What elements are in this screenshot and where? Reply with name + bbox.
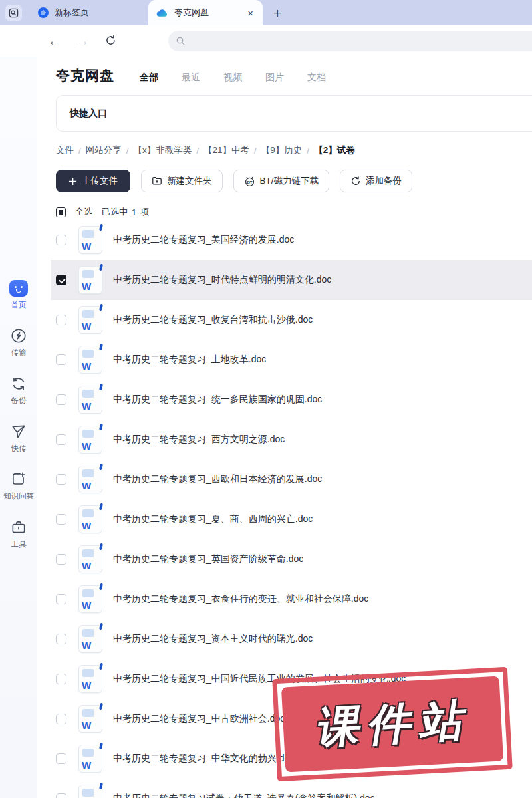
file-row[interactable]: W 中考历史二轮专题复习_夏、商、西周的兴亡.doc — [51, 499, 532, 539]
word-doc-icon: W — [78, 226, 102, 254]
sidebar-item-transfer[interactable]: 传输 — [10, 327, 27, 358]
tab-search-button[interactable] — [5, 5, 22, 21]
sidebar-item-tools[interactable]: 工具 — [10, 519, 27, 549]
breadcrumb-item[interactable]: 【9】历史 — [261, 144, 303, 156]
tab-image[interactable]: 图片 — [265, 72, 284, 84]
sidebar: 首页 传输 备份 快传 — [0, 57, 37, 798]
file-name[interactable]: 中考历史二轮专题复习试卷：伐无道_诛暴秦(含答案和解析).doc — [113, 793, 375, 798]
word-doc-icon: W — [78, 505, 102, 533]
word-doc-icon: W — [78, 466, 102, 493]
file-name[interactable]: 中考历史二轮专题复习_土地改革.doc — [113, 354, 266, 366]
file-row[interactable]: W 中考历史二轮专题复习_西方文明之源.doc — [51, 420, 532, 460]
file-checkbox[interactable] — [56, 434, 66, 445]
file-row[interactable]: W 中考历史二轮专题复习_西欧和日本经济的发展.doc — [51, 460, 532, 499]
file-name[interactable]: 中考历史二轮专题复习_西方文明之源.doc — [113, 434, 285, 446]
file-name[interactable]: 中考历史二轮专题复习_中华文化的勃兴.doc — [113, 753, 294, 765]
file-row[interactable]: W 中考历史二轮专题复习试卷：伐无道_诛暴秦(含答案和解析).doc — [51, 779, 532, 798]
file-name[interactable]: 中考历史二轮专题复习_统一多民族国家的巩固.doc — [113, 394, 322, 406]
browser-tab-newtab[interactable]: 新标签页 — [30, 0, 130, 25]
quick-entry-card[interactable]: 快捷入口 — [56, 95, 532, 132]
file-row[interactable]: W 中考历史二轮专题复习_统一多民族国家的巩固.doc — [51, 380, 532, 420]
sidebar-item-knowledge-qa[interactable]: 知识问答 — [3, 471, 34, 501]
quark-cloud-icon — [156, 8, 168, 18]
word-doc-icon: W — [78, 545, 102, 573]
address-search-bar[interactable] — [168, 31, 532, 51]
tab-all[interactable]: 全部 — [140, 72, 158, 84]
bt-magnet-download-button[interactable]: BT BT/磁力链下载 — [233, 170, 330, 192]
file-row[interactable]: W 中考历史二轮专题复习_衣食住行的变迁、就业和社会保障.doc — [51, 579, 532, 619]
tab-title: 新标签页 — [55, 7, 122, 19]
word-doc-icon: W — [78, 266, 102, 294]
paper-plane-icon — [10, 423, 27, 440]
tab-title: 夸克网盘 — [174, 7, 240, 19]
tab-video[interactable]: 视频 — [223, 72, 242, 84]
browser-toolbar: ← → — [0, 25, 532, 57]
breadcrumb-item[interactable]: 文件 — [56, 144, 74, 156]
file-checkbox-checked[interactable] — [56, 275, 66, 285]
file-checkbox[interactable] — [56, 514, 66, 525]
file-checkbox[interactable] — [56, 354, 66, 365]
upload-file-button[interactable]: 上传文件 — [56, 170, 130, 192]
back-icon[interactable]: ← — [48, 35, 61, 47]
tab-recent[interactable]: 最近 — [182, 72, 200, 84]
file-checkbox[interactable] — [56, 554, 66, 565]
file-checkbox[interactable] — [56, 315, 66, 325]
refresh-icon[interactable] — [105, 35, 116, 48]
selected-count: 1 — [132, 207, 136, 217]
file-name[interactable]: 中考历史二轮专题复习_资本主义时代的曙光.doc — [113, 633, 313, 645]
file-row[interactable]: W 中考历史二轮专题复习_英国资产阶级革命.doc — [51, 539, 532, 579]
sidebar-item-home[interactable]: 首页 — [9, 280, 28, 310]
word-doc-icon: W — [78, 745, 102, 773]
new-folder-button[interactable]: 新建文件夹 — [141, 170, 223, 192]
action-buttons: 上传文件 新建文件夹 BT BT/磁力链下载 — [56, 170, 532, 192]
file-row[interactable]: W 中考历史二轮专题复习_资本主义时代的曙光.doc — [51, 619, 532, 659]
search-icon — [176, 36, 186, 46]
breadcrumb: 文件 / 网站分享 / 【x】非教学类 / 【21】中考 / 【9】历史 / 【… — [56, 144, 532, 156]
file-checkbox[interactable] — [56, 394, 66, 405]
file-name[interactable]: 中考历史二轮专题复习_中古欧洲社会.doc — [113, 713, 285, 725]
file-checkbox[interactable] — [56, 793, 66, 798]
file-row[interactable]: W 中考历史二轮专题复习_收复台湾和抗击沙俄.doc — [51, 300, 532, 340]
file-row[interactable]: W 中考历史二轮专题复习_时代特点鲜明的明清文化.doc — [51, 260, 532, 300]
file-name[interactable]: 中考历史二轮专题复习_美国经济的发展.doc — [113, 234, 294, 246]
breadcrumb-item[interactable]: 【x】非教学类 — [134, 144, 192, 156]
select-all-label[interactable]: 全选 — [75, 206, 92, 218]
select-all-checkbox[interactable] — [56, 207, 66, 217]
selection-bar: 全选 已选中 1 项 — [56, 206, 532, 218]
word-doc-icon: W — [78, 785, 102, 798]
quick-entry-title: 快捷入口 — [70, 108, 107, 120]
toolbox-icon — [10, 519, 27, 536]
new-tab-page-icon — [38, 7, 49, 18]
add-backup-button[interactable]: 添加备份 — [340, 170, 412, 192]
breadcrumb-item[interactable]: 网站分享 — [86, 144, 122, 156]
file-checkbox[interactable] — [56, 753, 66, 764]
file-checkbox[interactable] — [56, 235, 66, 245]
tab-document[interactable]: 文档 — [307, 72, 326, 84]
breadcrumb-item[interactable]: 【21】中考 — [203, 144, 249, 156]
folder-plus-icon — [152, 176, 162, 186]
file-row[interactable]: W 中考历史二轮专题复习_土地改革.doc — [51, 340, 532, 380]
home-smile-icon — [9, 280, 28, 297]
file-checkbox[interactable] — [56, 474, 66, 485]
file-checkbox[interactable] — [56, 674, 66, 684]
file-name[interactable]: 中考历史二轮专题复习_时代特点鲜明的明清文化.doc — [113, 274, 331, 286]
close-tab-icon[interactable]: × — [246, 7, 255, 19]
sidebar-item-quick-send[interactable]: 快传 — [10, 423, 27, 454]
forward-icon: → — [76, 35, 89, 47]
file-name[interactable]: 中考历史二轮专题复习_衣食住行的变迁、就业和社会保障.doc — [113, 593, 368, 605]
file-row[interactable]: W 中考历史二轮专题复习_美国经济的发展.doc — [51, 220, 532, 260]
word-doc-icon: W — [78, 426, 102, 454]
browser-tab-quark[interactable]: 夸克网盘 × — [148, 0, 263, 25]
file-name[interactable]: 中考历史二轮专题复习_收复台湾和抗击沙俄.doc — [113, 314, 313, 326]
file-name[interactable]: 中考历史二轮专题复习_西欧和日本经济的发展.doc — [113, 473, 322, 485]
word-doc-icon: W — [78, 665, 102, 693]
file-name[interactable]: 中考历史二轮专题复习_夏、商、西周的兴亡.doc — [113, 513, 313, 525]
filter-tabs: 全部 最近 视频 图片 文档 — [140, 72, 326, 84]
file-checkbox[interactable] — [56, 714, 66, 724]
sidebar-item-backup[interactable]: 备份 — [10, 375, 27, 406]
file-checkbox[interactable] — [56, 634, 66, 644]
file-name[interactable]: 中考历史二轮专题复习_英国资产阶级革命.doc — [113, 553, 303, 565]
word-doc-icon: W — [78, 306, 102, 334]
file-checkbox[interactable] — [56, 594, 66, 604]
new-tab-button[interactable]: + — [273, 6, 281, 20]
